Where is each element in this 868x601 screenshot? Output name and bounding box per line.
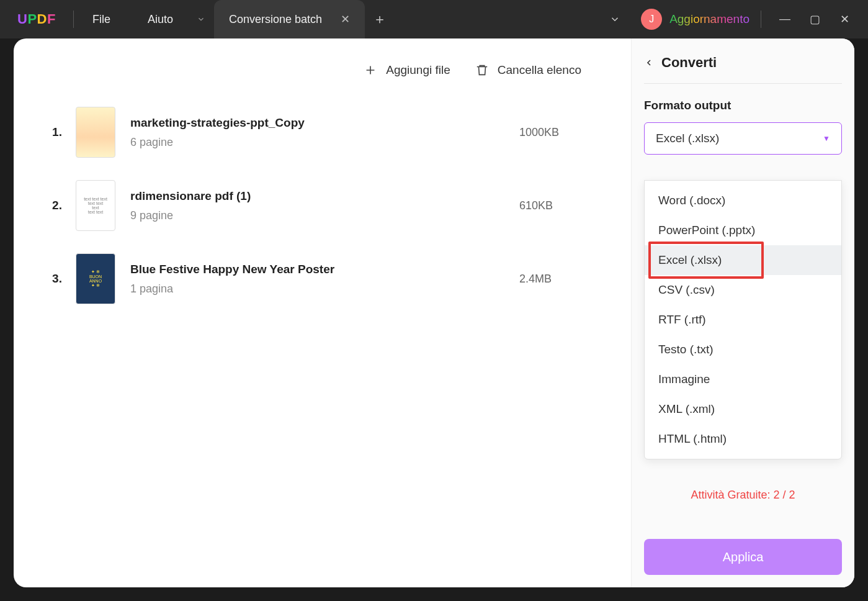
file-number: 2. [38,199,76,212]
titlebar: UPDF File Aiuto Conversione batch ✕ ＋ J … [0,0,868,38]
file-row[interactable]: 3. ✦ ❄BUONANNO✦ ❄ Blue Festive Happy New… [38,242,631,315]
file-pages: 1 pagina [130,282,519,296]
file-thumbnail: text text texttext texttexttext text [76,180,115,231]
file-size: 2.4MB [519,273,631,286]
output-format-select[interactable]: Excel (.xlsx) ▼ [644,122,842,155]
maximize-icon[interactable]: ▢ [808,12,821,26]
file-meta: marketing-strategies-ppt_Copy 6 pagine [130,116,519,149]
panel-title: Converti [661,55,717,71]
menu-help[interactable]: Aiuto [129,13,192,26]
format-option[interactable]: Excel (.xlsx) [645,245,841,275]
file-list-panel: Aggiungi file Cancella elenco 1. marketi… [14,38,631,587]
back-icon[interactable] [644,58,654,68]
format-dropdown: Word (.docx)PowerPoint (.pptx)Excel (.xl… [644,180,842,459]
close-tab-icon[interactable]: ✕ [341,12,350,26]
file-meta: Blue Festive Happy New Year Poster 1 pag… [130,263,519,296]
format-option[interactable]: PowerPoint (.pptx) [645,215,841,245]
file-name: marketing-strategies-ppt_Copy [130,116,519,130]
clear-list-button[interactable]: Cancella elenco [475,63,581,77]
output-format-label: Formato output [644,99,842,112]
file-size: 610KB [519,199,631,212]
app-logo: UPDF [0,11,73,27]
avatar[interactable]: J [641,9,662,30]
panel-header: Converti [644,55,842,84]
file-name: Blue Festive Happy New Year Poster [130,263,519,276]
format-option[interactable]: Word (.docx) [645,186,841,215]
workspace: Aggiungi file Cancella elenco 1. marketi… [14,38,854,587]
new-tab-button[interactable]: ＋ [365,10,395,29]
clear-list-label: Cancella elenco [498,63,581,77]
file-number: 1. [38,125,76,139]
window-controls: — ▢ ✕ [761,12,868,26]
add-files-label: Aggiungi file [386,63,450,77]
file-row[interactable]: 1. marketing-strategies-ppt_Copy 6 pagin… [38,96,631,169]
file-meta: rdimensionare pdf (1) 9 pagine [130,189,519,222]
add-files-button[interactable]: Aggiungi file [364,63,450,77]
sidebar-bottom: Attività Gratuite: 2 / 2 Applica [644,489,842,575]
tab-title: Conversione batch [229,13,322,26]
file-number: 3. [38,272,76,286]
update-link[interactable]: Aggiornamento [669,12,749,26]
user-section: J Aggiornamento [630,9,761,30]
file-pages: 6 pagine [130,136,519,149]
tab-batch-conversion[interactable]: Conversione batch ✕ [214,0,365,38]
file-toolbar: Aggiungi file Cancella elenco [38,38,631,96]
format-option[interactable]: HTML (.html) [645,424,841,454]
file-thumbnail [76,107,115,158]
free-tasks-label: Attività Gratuite: 2 / 2 [644,489,842,502]
format-option[interactable]: CSV (.csv) [645,275,841,305]
file-size: 1000KB [519,126,631,139]
menu-file[interactable]: File [74,13,129,26]
file-row[interactable]: 2. text text texttext texttexttext text … [38,169,631,242]
plus-icon [364,63,377,77]
format-option[interactable]: XML (.xml) [645,394,841,424]
trash-icon [475,63,489,77]
selected-format: Excel (.xlsx) [656,132,719,145]
format-option[interactable]: Immagine [645,364,841,394]
caret-down-icon: ▼ [823,134,830,143]
file-pages: 9 pagine [130,209,519,222]
minimize-icon[interactable]: — [779,12,791,26]
format-option[interactable]: Testo (.txt) [645,335,841,364]
format-option[interactable]: RTF (.rtf) [645,305,841,335]
close-icon[interactable]: ✕ [838,12,851,26]
tab-chevron-icon[interactable] [192,15,210,24]
convert-sidebar: Converti Formato output Excel (.xlsx) ▼ … [631,38,854,587]
file-thumbnail: ✦ ❄BUONANNO✦ ❄ [76,253,115,304]
file-name: rdimensionare pdf (1) [130,189,519,203]
apply-button[interactable]: Applica [644,539,842,575]
tab-overflow-icon[interactable] [600,14,630,25]
